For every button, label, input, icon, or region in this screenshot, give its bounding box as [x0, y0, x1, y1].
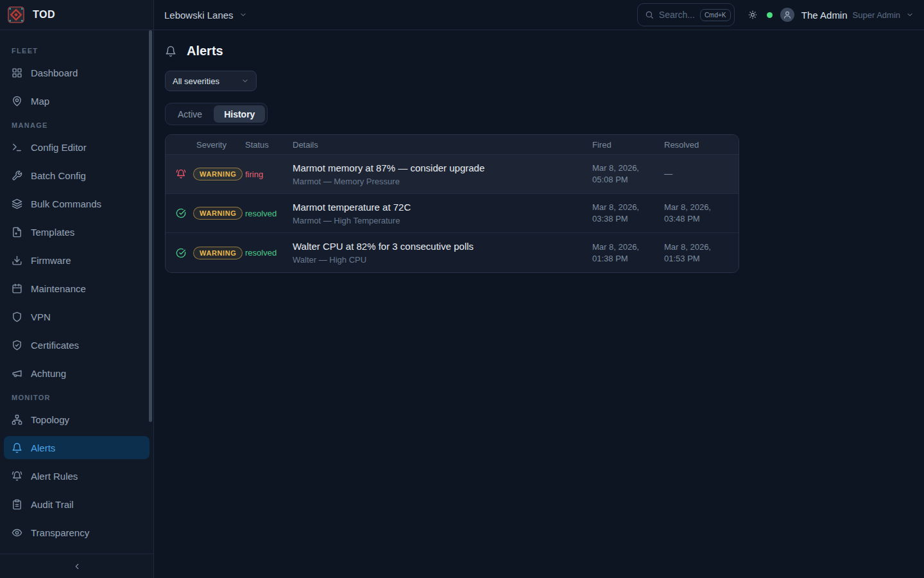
- org-switcher[interactable]: Lebowski Lanes: [164, 10, 247, 21]
- sidebar-item-label: Firmware: [31, 255, 71, 266]
- shield-icon: [12, 311, 22, 322]
- tab-history[interactable]: History: [214, 105, 265, 123]
- resolved-time: Mar 8, 2026, 03:48 PM: [659, 202, 739, 224]
- severity-badge: WARNING: [193, 247, 243, 259]
- sidebar-item-label: Audit Trail: [31, 499, 74, 510]
- resolved-time: —: [659, 168, 739, 180]
- alert-title: Marmot temperature at 72C: [293, 202, 582, 213]
- status-text: resolved: [240, 248, 287, 258]
- brand-header: TOD: [0, 0, 153, 30]
- user-icon: [783, 10, 792, 19]
- online-status-dot: [767, 12, 773, 18]
- topbar-right: Search... Cmd+K The Admin Super Admin: [637, 3, 914, 26]
- alert-row[interactable]: WARNINGresolvedWalter CPU at 82% for 3 c…: [166, 233, 739, 272]
- details-cell: Marmot temperature at 72CMarmot — High T…: [287, 202, 587, 225]
- severity-cell: WARNING: [166, 247, 240, 259]
- table-body: WARNINGfiringMarmot memory at 87% — cons…: [166, 155, 739, 272]
- status-text: resolved: [240, 209, 287, 218]
- sidebar-item-achtung[interactable]: Achtung: [4, 362, 150, 385]
- file-icon: [12, 227, 22, 238]
- sidebar-item-maintenance[interactable]: Maintenance: [4, 277, 150, 300]
- wrench-icon: [12, 170, 22, 181]
- alert-subtitle: Walter — High CPU: [293, 255, 582, 265]
- table-header: SeverityStatusDetailsFiredResolved: [166, 135, 739, 155]
- severity-filter-select[interactable]: All severities: [165, 71, 257, 91]
- sidebar-item-transparency[interactable]: Transparency: [4, 521, 150, 544]
- sidebar-item-label: Alerts: [31, 442, 55, 453]
- avatar[interactable]: [780, 8, 794, 22]
- main-area: Lebowski Lanes Search... Cmd+K The Admin…: [154, 0, 924, 578]
- map-pin-icon: [12, 96, 22, 107]
- sidebar-item-alert-rules[interactable]: Alert Rules: [4, 464, 150, 487]
- severity-filter-value: All severities: [173, 76, 219, 86]
- org-name: Lebowski Lanes: [164, 10, 234, 21]
- alert-row[interactable]: WARNINGresolvedMarmot temperature at 72C…: [166, 194, 739, 233]
- sidebar-item-label: Bulk Commands: [31, 198, 101, 209]
- chevron-left-icon: [73, 562, 81, 571]
- sidebar-item-label: VPN: [31, 311, 51, 322]
- theme-toggle-button[interactable]: [748, 10, 757, 19]
- nav-section-label: MANAGE: [12, 121, 142, 129]
- sidebar-item-label: Alert Rules: [31, 471, 78, 482]
- bell-icon: [12, 442, 22, 453]
- details-cell: Marmot memory at 87% — consider upgradeM…: [287, 162, 587, 186]
- severity-badge: WARNING: [193, 207, 243, 220]
- alerts-tab-group: Active History: [165, 103, 268, 125]
- terminal-icon: [12, 142, 22, 153]
- alert-subtitle: Marmot — High Temperature: [293, 216, 582, 225]
- topology-icon: [12, 414, 22, 425]
- sidebar-item-topology[interactable]: Topology: [4, 408, 150, 431]
- eye-icon: [12, 527, 22, 538]
- sidebar-item-alerts[interactable]: Alerts: [4, 436, 150, 459]
- sidebar-item-label: Maintenance: [31, 283, 86, 294]
- status-text: firing: [240, 170, 287, 179]
- brand-name: TOD: [33, 9, 55, 21]
- sidebar-item-config-editor[interactable]: Config Editor: [4, 136, 150, 159]
- alert-subtitle: Marmot — Memory Pressure: [293, 177, 582, 186]
- sidebar-item-label: Topology: [31, 414, 69, 425]
- sidebar-item-dashboard[interactable]: Dashboard: [4, 61, 150, 84]
- severity-badge: WARNING: [193, 168, 243, 180]
- sidebar-item-vpn[interactable]: VPN: [4, 305, 150, 328]
- column-header-details: Details: [287, 140, 587, 150]
- column-header-severity: Severity: [166, 140, 240, 150]
- sidebar-item-label: Achtung: [31, 368, 66, 379]
- nav-section-label: FLEET: [12, 47, 142, 55]
- sidebar: TOD FLEETDashboardMapMANAGEConfig Editor…: [0, 0, 154, 578]
- tab-active[interactable]: Active: [167, 105, 212, 123]
- app-root: TOD FLEETDashboardMapMANAGEConfig Editor…: [0, 0, 924, 578]
- sidebar-scrollbar[interactable]: [149, 30, 152, 422]
- fired-time: Mar 8, 2026, 03:38 PM: [587, 202, 659, 224]
- bell-ring-icon: [176, 169, 186, 179]
- column-header-fired: Fired: [587, 140, 659, 150]
- alert-row[interactable]: WARNINGfiringMarmot memory at 87% — cons…: [166, 155, 739, 194]
- sidebar-collapse-button[interactable]: [0, 554, 153, 578]
- alerts-page: Alerts All severities Active History Sev…: [154, 30, 924, 273]
- sidebar-item-label: Transparency: [31, 527, 89, 538]
- column-header-status: Status: [240, 140, 287, 150]
- alert-title: Walter CPU at 82% for 3 consecutive poll…: [293, 241, 582, 252]
- sidebar-item-map[interactable]: Map: [4, 89, 150, 112]
- sidebar-nav: FLEETDashboardMapMANAGEConfig EditorBatc…: [0, 30, 153, 554]
- sidebar-item-firmware[interactable]: Firmware: [4, 249, 150, 272]
- sidebar-item-audit-trail[interactable]: Audit Trail: [4, 493, 150, 516]
- download-icon: [12, 255, 22, 266]
- user-menu-button[interactable]: [906, 11, 914, 19]
- search-shortcut-badge: Cmd+K: [700, 9, 731, 21]
- search-icon: [645, 10, 654, 19]
- sidebar-item-certificates[interactable]: Certificates: [4, 333, 150, 356]
- topbar: Lebowski Lanes Search... Cmd+K The Admin…: [154, 0, 924, 30]
- sidebar-item-label: Certificates: [31, 340, 79, 351]
- page-title: Alerts: [187, 44, 223, 58]
- sidebar-item-templates[interactable]: Templates: [4, 220, 150, 243]
- chevron-down-icon: [239, 11, 247, 19]
- column-header-resolved: Resolved: [659, 140, 739, 150]
- sidebar-item-batch-config[interactable]: Batch Config: [4, 164, 150, 187]
- check-circle-icon: [176, 248, 186, 258]
- sidebar-item-bulk-commands[interactable]: Bulk Commands: [4, 192, 150, 215]
- search-placeholder: Search...: [659, 10, 695, 20]
- search-input[interactable]: Search... Cmd+K: [637, 3, 735, 26]
- details-cell: Walter CPU at 82% for 3 consecutive poll…: [287, 241, 587, 265]
- fired-time: Mar 8, 2026, 01:38 PM: [587, 241, 659, 264]
- dashboard-icon: [12, 67, 22, 78]
